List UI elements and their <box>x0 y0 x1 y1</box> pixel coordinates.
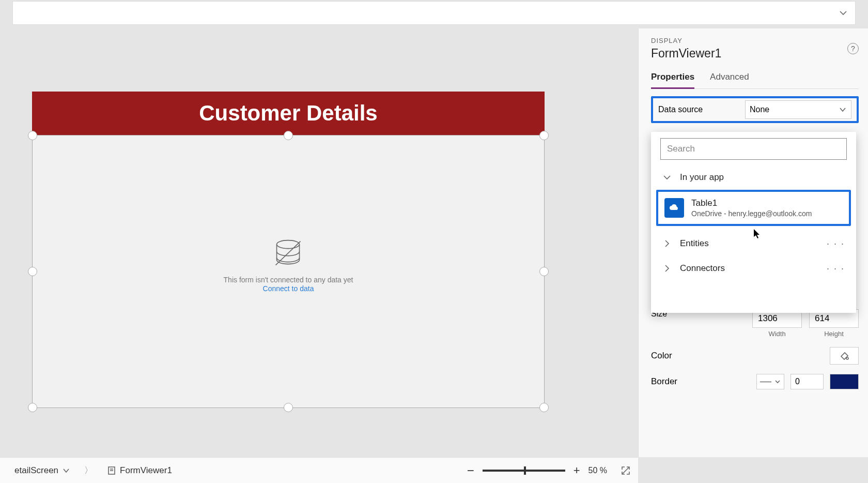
bottom-status-bar: etailScreen FormViewer1 − + 50 % <box>0 457 638 483</box>
popover-section-in-your-app[interactable]: In your app <box>651 165 856 190</box>
zoom-percent: 50 % <box>588 466 607 475</box>
cursor-icon <box>754 229 762 242</box>
zoom-out-button[interactable]: − <box>467 463 474 478</box>
control-name: FormViewer1 <box>651 47 859 61</box>
color-picker-button[interactable] <box>830 347 859 365</box>
database-slash-icon <box>272 239 305 268</box>
resize-handle[interactable] <box>28 267 37 276</box>
data-source-search[interactable]: Search <box>660 138 847 160</box>
properties-tabs: Properties Advanced <box>651 72 859 89</box>
resize-handle[interactable] <box>539 131 549 140</box>
svg-line-1 <box>276 242 301 265</box>
resize-handle[interactable] <box>539 267 549 276</box>
data-source-popover: Search In your app Table1 OneDrive - hen… <box>651 132 856 313</box>
svg-point-0 <box>277 240 300 249</box>
resize-handle[interactable] <box>284 131 293 140</box>
chevron-down-icon <box>774 379 781 385</box>
zoom-slider[interactable] <box>483 470 565 472</box>
resize-handle[interactable] <box>539 403 549 412</box>
size-row: Size 1306 614 Width Height <box>651 309 859 338</box>
resize-handle[interactable] <box>284 403 293 412</box>
border-row: Border 0 <box>651 374 859 389</box>
chevron-down-icon <box>839 8 848 18</box>
chevron-down-icon <box>63 467 70 474</box>
screen-header-banner: Customer Details <box>32 92 545 135</box>
breadcrumb-screen[interactable]: etailScreen <box>7 461 77 480</box>
connect-to-data-link[interactable]: Connect to data <box>263 284 314 293</box>
fit-to-screen-icon[interactable] <box>621 465 631 476</box>
border-color-swatch[interactable] <box>830 374 859 389</box>
more-icon[interactable]: · · · <box>827 263 845 274</box>
breadcrumb-separator <box>82 464 95 476</box>
data-source-label: Data source <box>658 105 703 114</box>
form-icon <box>107 466 116 475</box>
data-source-row: Data source None <box>651 96 859 123</box>
canvas: Customer Details This form isn't connect… <box>0 28 617 457</box>
zoom-in-button[interactable]: + <box>574 464 580 477</box>
chevron-down-icon <box>839 105 847 114</box>
color-row: Color <box>651 347 859 365</box>
form-placeholder: This form isn't connected to any data ye… <box>224 239 353 293</box>
tab-properties[interactable]: Properties <box>651 72 694 89</box>
cloud-icon <box>664 198 684 218</box>
data-source-value: None <box>750 105 769 114</box>
data-source-dropdown[interactable]: None <box>745 100 851 119</box>
tab-advanced[interactable]: Advanced <box>710 72 749 88</box>
resize-handle[interactable] <box>28 131 37 140</box>
screen-header-title: Customer Details <box>199 101 377 126</box>
zoom-controls: − + 50 % <box>467 463 631 478</box>
border-width-input[interactable]: 0 <box>791 374 824 389</box>
data-source-item-table1[interactable]: Table1 OneDrive - henry.legge@outlook.co… <box>656 190 851 226</box>
popover-section-connectors[interactable]: Connectors · · · <box>651 256 856 281</box>
svg-line-6 <box>623 467 629 474</box>
control-category: DISPLAY <box>651 37 859 44</box>
border-style-select[interactable] <box>756 374 784 389</box>
data-source-item-subtitle: OneDrive - henry.legge@outlook.com <box>691 209 812 218</box>
breadcrumb-control[interactable]: FormViewer1 <box>100 461 179 480</box>
search-placeholder: Search <box>667 144 695 154</box>
svg-point-2 <box>846 357 848 359</box>
form-viewer-control[interactable]: This form isn't connected to any data ye… <box>32 135 545 408</box>
chevron-down-icon <box>662 173 672 182</box>
form-placeholder-text: This form isn't connected to any data ye… <box>224 276 353 284</box>
resize-handle[interactable] <box>28 403 37 412</box>
paint-bucket-icon <box>840 351 849 360</box>
width-sublabel: Width <box>752 330 802 338</box>
more-icon[interactable]: · · · <box>827 238 845 249</box>
help-button[interactable]: ? <box>847 43 859 54</box>
color-label: Color <box>651 351 672 361</box>
formula-bar[interactable] <box>12 1 856 25</box>
border-label: Border <box>651 376 677 387</box>
chevron-right-icon <box>662 264 672 273</box>
height-sublabel: Height <box>809 330 859 338</box>
chevron-right-icon <box>662 239 672 248</box>
data-source-item-title: Table1 <box>691 198 812 208</box>
